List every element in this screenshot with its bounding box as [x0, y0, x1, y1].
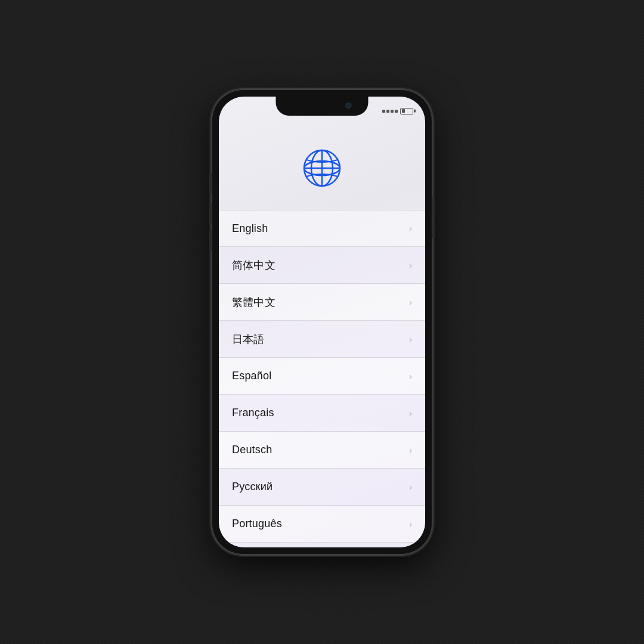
- language-label-french: Français: [232, 407, 274, 419]
- signal-dot-4: [395, 110, 398, 113]
- language-list: English›简体中文›繁體中文›日本語›Español›Français›D…: [219, 210, 425, 547]
- language-label-traditional-chinese: 繁體中文: [232, 295, 275, 309]
- language-label-japanese: 日本語: [232, 332, 265, 346]
- phone-screen: English›简体中文›繁體中文›日本語›Español›Français›D…: [219, 97, 425, 547]
- chevron-icon-spanish: ›: [409, 371, 412, 381]
- language-item-spanish[interactable]: Español›: [219, 358, 425, 395]
- signal-indicator: [382, 110, 398, 113]
- language-label-english: English: [232, 222, 268, 235]
- chevron-icon-french: ›: [409, 408, 412, 418]
- language-label-spanish: Español: [232, 370, 271, 382]
- language-item-french[interactable]: Français›: [219, 395, 425, 432]
- phone-notch: [276, 97, 369, 116]
- chevron-icon-traditional-chinese: ›: [409, 298, 412, 307]
- chevron-icon-simplified-chinese: ›: [409, 261, 412, 270]
- phone-device: English›简体中文›繁體中文›日本語›Español›Français›D…: [212, 89, 432, 555]
- language-label-german: Deutsch: [232, 444, 272, 456]
- language-item-traditional-chinese[interactable]: 繁體中文›: [219, 284, 425, 321]
- chevron-icon-japanese: ›: [409, 335, 412, 344]
- language-item-japanese[interactable]: 日本語›: [219, 321, 425, 358]
- signal-dot-1: [382, 110, 385, 113]
- language-item-english[interactable]: English›: [219, 210, 425, 247]
- language-label-portuguese: Português: [232, 518, 282, 530]
- language-item-simplified-chinese[interactable]: 简体中文›: [219, 247, 425, 284]
- language-item-italian[interactable]: Italiano›: [219, 543, 425, 547]
- battery-fill: [402, 109, 405, 113]
- globe-icon: [301, 147, 343, 190]
- language-label-russian: Русский: [232, 481, 273, 493]
- signal-dot-3: [391, 110, 394, 113]
- language-item-portuguese[interactable]: Português›: [219, 506, 425, 543]
- signal-dot-2: [386, 110, 389, 113]
- chevron-icon-russian: ›: [409, 482, 412, 492]
- chevron-icon-german: ›: [409, 445, 412, 455]
- language-item-russian[interactable]: Русский›: [219, 469, 425, 506]
- chevron-icon-english: ›: [409, 224, 412, 233]
- chevron-icon-portuguese: ›: [409, 519, 412, 529]
- language-item-german[interactable]: Deutsch›: [219, 432, 425, 469]
- language-label-simplified-chinese: 简体中文: [232, 258, 275, 273]
- battery-icon: [400, 108, 413, 114]
- globe-area: [219, 132, 425, 204]
